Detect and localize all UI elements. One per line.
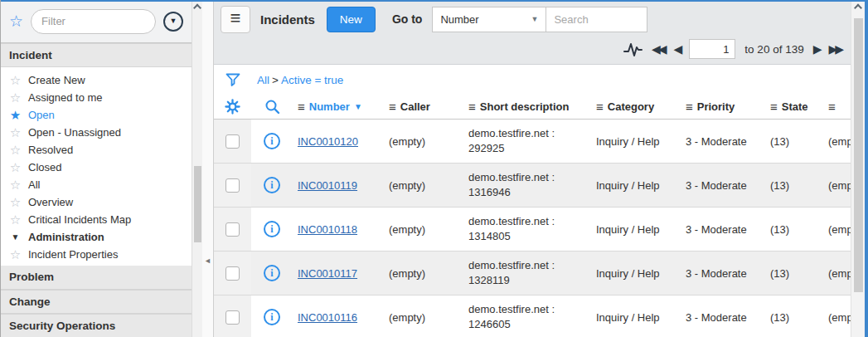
row-offset-input[interactable]	[689, 39, 735, 59]
list-context-menu-button[interactable]: ≡	[221, 6, 250, 33]
column-menu-icon[interactable]: ≡	[828, 100, 836, 113]
column-menu-icon[interactable]: ≡	[468, 100, 476, 113]
next-page-icon[interactable]: ▶	[813, 43, 820, 55]
record-link[interactable]: INC0010120	[298, 135, 358, 148]
column-header-state[interactable]: ≡ State	[765, 100, 823, 113]
column-menu-icon[interactable]: ≡	[686, 100, 693, 113]
row-checkbox[interactable]	[225, 222, 240, 237]
row-checkbox[interactable]	[225, 266, 240, 281]
sidebar-item-open[interactable]: ★ Open	[1, 106, 192, 124]
row-checkbox[interactable]	[225, 178, 240, 193]
favorite-star-icon[interactable]: ☆	[9, 213, 22, 226]
nav-section-problem[interactable]: Problem	[1, 266, 192, 290]
list-scrollbar[interactable]	[851, 0, 865, 337]
selection-edge-right	[865, 0, 868, 337]
record-link[interactable]: INC0010119	[298, 179, 357, 192]
sidebar-item-all[interactable]: ☆ All	[1, 176, 192, 193]
scroll-up-icon[interactable]	[193, 4, 201, 12]
favorite-star-icon[interactable]: ☆	[9, 144, 22, 156]
activity-stream-icon[interactable]	[623, 41, 643, 57]
gear-icon	[225, 99, 240, 115]
pane-divider[interactable]: ◄	[202, 0, 214, 337]
favorite-star-icon[interactable]: ☆	[9, 91, 22, 104]
table-row: i INC0010117 (empty) demo.testfire.net :…	[214, 252, 851, 295]
sidebar-item-incident-properties[interactable]: ☆ Incident Properties	[1, 246, 192, 263]
list-scrollbar-thumb[interactable]	[854, 18, 863, 292]
info-icon[interactable]: i	[264, 133, 280, 149]
list-search-toggle[interactable]	[251, 99, 293, 115]
last-page-icon[interactable]: ▶▶	[828, 43, 841, 55]
short-description-cell: demo.testfire.net : 1246605	[463, 302, 591, 331]
favorite-star-icon[interactable]: ☆	[9, 126, 22, 139]
selection-edge-top	[1, 0, 868, 2]
favorite-star-icon[interactable]: ☆	[9, 196, 22, 208]
sidebar-item-create-new[interactable]: ☆ Create New	[1, 71, 192, 89]
record-link[interactable]: INC0010117	[298, 267, 357, 280]
column-header-short-description[interactable]: ≡ Short description	[463, 100, 591, 113]
column-header-category[interactable]: ≡ Category	[591, 100, 681, 113]
sort-descending-icon: ▼	[354, 102, 362, 111]
row-checkbox[interactable]	[225, 134, 240, 149]
favorite-star-icon[interactable]: ☆	[9, 178, 22, 191]
sidebar-item-overview[interactable]: ☆ Overview	[1, 193, 192, 211]
list-toolbar-row: ≡ Incidents New Go to Number ▼	[214, 0, 865, 38]
column-menu-icon[interactable]: ≡	[770, 100, 778, 113]
collapse-sidebar-icon[interactable]: ◄	[204, 257, 211, 265]
row-checkbox[interactable]	[225, 310, 240, 325]
previous-page-icon[interactable]: ◀	[674, 43, 681, 55]
column-header-priority[interactable]: ≡ Priority	[681, 100, 765, 113]
goto-field-select[interactable]: Number ▼	[432, 7, 546, 32]
breadcrumb-condition-link[interactable]: Active = true	[281, 74, 343, 86]
nav-section-change[interactable]: Change	[1, 290, 192, 314]
nav-section-security-operations[interactable]: Security Operations	[1, 314, 192, 337]
sidebar-scrollbar-thumb[interactable]	[194, 166, 201, 242]
sidebar-item-critical-incidents-map[interactable]: ☆ Critical Incidents Map	[1, 211, 192, 228]
column-label[interactable]: Caller	[400, 100, 430, 113]
favorite-star-filled-icon[interactable]: ★	[9, 109, 22, 121]
sidebar-group-administration[interactable]: ▼ Administration	[1, 228, 192, 246]
application-navigator: ☆ ▼ Incident ☆ Create New ☆ Assigned to …	[1, 0, 192, 337]
column-header-number[interactable]: ≡ Number ▼	[293, 100, 384, 113]
sidebar-item-assigned-to-me[interactable]: ☆ Assigned to me	[1, 89, 192, 106]
column-label[interactable]: Number	[309, 100, 350, 113]
list-toolbar: ≡ Incidents New Go to Number ▼	[214, 0, 865, 65]
favorite-star-icon[interactable]: ☆	[9, 248, 22, 261]
chevron-down-icon[interactable]: ▼	[9, 233, 22, 242]
sidebar-item-closed[interactable]: ☆ Closed	[1, 159, 192, 176]
breadcrumb-all-link[interactable]: All	[257, 74, 269, 86]
sidebar-scrollbar[interactable]	[192, 0, 202, 337]
filter-dropdown-icon[interactable]: ▼	[163, 12, 183, 32]
new-record-button[interactable]: New	[327, 7, 376, 32]
column-label[interactable]: Category	[608, 100, 654, 113]
column-menu-icon[interactable]: ≡	[389, 100, 396, 113]
column-label[interactable]: Priority	[697, 100, 735, 113]
scroll-up-icon[interactable]	[854, 4, 862, 12]
column-menu-icon[interactable]: ≡	[298, 100, 305, 113]
favorite-star-icon[interactable]: ☆	[9, 161, 22, 173]
column-label[interactable]: State	[782, 100, 808, 113]
priority-cell: 3 - Moderate	[681, 179, 765, 192]
personalize-list-gear[interactable]	[214, 99, 251, 115]
info-icon[interactable]: i	[264, 309, 280, 325]
nav-section-incident[interactable]: Incident	[1, 43, 192, 67]
favorite-star-icon[interactable]: ☆	[9, 74, 22, 86]
list-search-input[interactable]	[546, 7, 647, 32]
filter-funnel-icon[interactable]	[214, 72, 251, 88]
record-link[interactable]: INC0010116	[298, 311, 357, 324]
info-icon[interactable]: i	[264, 221, 280, 237]
column-header-clipped[interactable]: ≡	[823, 100, 851, 113]
first-page-icon[interactable]: ◀◀	[652, 43, 665, 55]
info-icon[interactable]: i	[264, 265, 280, 281]
column-menu-icon[interactable]: ≡	[596, 100, 604, 113]
table-body: i INC0010120 (empty) demo.testfire.net :…	[214, 120, 851, 337]
navigator-filter-input[interactable]	[31, 9, 156, 34]
record-link[interactable]: INC0010118	[298, 223, 357, 236]
breadcrumb-separator: >	[272, 74, 279, 86]
column-label[interactable]: Short description	[480, 100, 570, 113]
column-header-caller[interactable]: ≡ Caller	[384, 100, 463, 113]
breadcrumb: All>Active = true	[257, 74, 343, 86]
sidebar-item-open-unassigned[interactable]: ☆ Open - Unassigned	[1, 124, 192, 141]
favorites-star-icon[interactable]: ☆	[9, 13, 23, 29]
sidebar-item-resolved[interactable]: ☆ Resolved	[1, 141, 192, 159]
info-icon[interactable]: i	[264, 177, 280, 193]
